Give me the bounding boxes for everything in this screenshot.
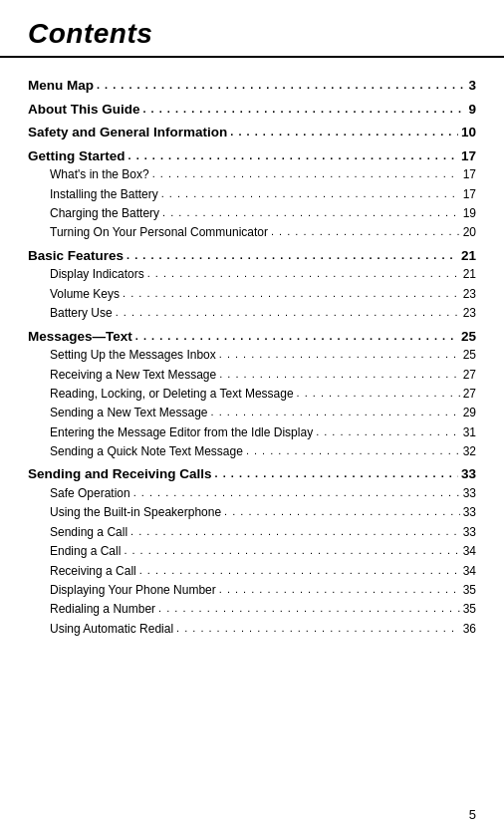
- toc-entry-charging-battery: Charging the Battery19: [28, 205, 476, 222]
- toc-entry-ending-call: Ending a Call34: [28, 543, 476, 560]
- toc-label-charging-battery: Charging the Battery: [50, 205, 159, 222]
- toc-label-messages-text: Messages—Text: [28, 327, 132, 347]
- toc-entry-turning-on: Turning On Your Personal Communicator20: [28, 224, 476, 241]
- toc-dots-battery-use: [116, 304, 460, 321]
- toc-page-display-indicators: 21: [463, 266, 476, 283]
- toc-label-battery-use: Battery Use: [50, 305, 113, 322]
- toc-dots-receiving-new-text: [219, 366, 459, 383]
- toc-entry-about-this-guide: About This Guide9: [28, 100, 476, 120]
- toc-page-reading-locking-deleting: 27: [463, 386, 476, 403]
- toc-entry-entering-message-editor: Entering the Message Editor from the Idl…: [28, 424, 476, 441]
- toc-entry-reading-locking-deleting: Reading, Locking, or Deleting a Text Mes…: [28, 386, 476, 403]
- toc-page-charging-battery: 19: [463, 205, 476, 222]
- toc-entry-display-indicators: Display Indicators21: [28, 266, 476, 283]
- toc-entry-setting-up-inbox: Setting Up the Messages Inbox25: [28, 347, 476, 364]
- toc-entry-sending-new-text: Sending a New Text Message29: [28, 405, 476, 421]
- toc-label-installing-battery: Installing the Battery: [50, 186, 158, 203]
- toc-label-receiving-call: Receiving a Call: [50, 563, 136, 580]
- toc-entry-redialing-number: Redialing a Number35: [28, 601, 476, 618]
- toc-label-sending-new-text: Sending a New Text Message: [50, 405, 208, 421]
- page-title: Contents: [28, 18, 476, 50]
- toc-page-setting-up-inbox: 25: [463, 347, 476, 364]
- toc-dots-basic-features: [126, 245, 458, 265]
- toc-page-sending-receiving-calls: 33: [461, 464, 476, 484]
- toc-dots-safe-operation: [133, 484, 460, 501]
- toc-dots-sending-new-text: [211, 404, 460, 420]
- toc-dots-automatic-redial: [176, 620, 460, 637]
- toc-page-about-this-guide: 9: [468, 100, 476, 120]
- toc-label-reading-locking-deleting: Reading, Locking, or Deleting a Text Mes…: [50, 386, 294, 403]
- title-section: Contents: [0, 0, 504, 58]
- toc-label-entering-message-editor: Entering the Message Editor from the Idl…: [50, 424, 313, 441]
- toc-entry-getting-started: Getting Started17: [28, 146, 476, 166]
- toc-dots-getting-started: [128, 145, 458, 165]
- toc-entry-displaying-phone-number: Displaying Your Phone Number35: [28, 582, 476, 599]
- toc-dots-installing-battery: [161, 185, 460, 202]
- toc-page-receiving-new-text: 27: [463, 367, 476, 384]
- toc-label-redialing-number: Redialing a Number: [50, 601, 155, 618]
- toc-entry-basic-features: Basic Features21: [28, 246, 476, 266]
- toc-dots-displaying-phone-number: [219, 581, 460, 598]
- toc-dots-setting-up-inbox: [219, 346, 460, 363]
- toc-page-redialing-number: 35: [463, 601, 476, 618]
- toc-label-safe-operation: Safe Operation: [50, 485, 130, 502]
- toc-page-menu-map: 3: [468, 76, 476, 96]
- toc-entry-speakerphone: Using the Built-in Speakerphone33: [28, 504, 476, 521]
- toc-label-safety-general: Safety and General Information: [28, 123, 227, 142]
- toc-page-battery-use: 23: [463, 305, 476, 322]
- toc-page-whats-in-box: 17: [463, 166, 476, 183]
- toc-label-ending-call: Ending a Call: [50, 543, 121, 560]
- toc-page-turning-on: 20: [463, 224, 476, 241]
- toc-page-sending-quick-note: 32: [463, 443, 476, 460]
- toc-dots-charging-battery: [162, 204, 460, 221]
- toc-page-receiving-call: 34: [463, 563, 476, 580]
- toc-label-turning-on: Turning On Your Personal Communicator: [50, 224, 268, 241]
- toc-page-safety-general: 10: [461, 123, 476, 142]
- toc-dots-reading-locking-deleting: [297, 385, 460, 402]
- toc-entry-automatic-redial: Using Automatic Redial36: [28, 621, 476, 638]
- toc-page-volume-keys: 23: [463, 286, 476, 303]
- toc-label-receiving-new-text: Receiving a New Text Message: [50, 367, 216, 384]
- toc-dots-redialing-number: [158, 600, 460, 617]
- toc-dots-ending-call: [124, 542, 459, 559]
- toc-page-automatic-redial: 36: [463, 621, 476, 638]
- toc-entry-receiving-call: Receiving a Call34: [28, 563, 476, 580]
- toc-dots-safety-general: [230, 122, 458, 141]
- toc-label-automatic-redial: Using Automatic Redial: [50, 621, 173, 638]
- toc-dots-turning-on: [271, 223, 460, 240]
- toc-entry-installing-battery: Installing the Battery17: [28, 186, 476, 203]
- toc-page-messages-text: 25: [461, 327, 476, 347]
- toc-label-about-this-guide: About This Guide: [28, 100, 140, 120]
- toc-dots-sending-receiving-calls: [215, 463, 458, 483]
- toc-label-display-indicators: Display Indicators: [50, 266, 144, 283]
- toc-dots-entering-message-editor: [316, 423, 460, 440]
- toc-label-setting-up-inbox: Setting Up the Messages Inbox: [50, 347, 216, 364]
- toc-dots-whats-in-box: [152, 165, 460, 182]
- toc-page-sending-call: 33: [463, 524, 476, 541]
- toc-dots-sending-quick-note: [246, 442, 460, 459]
- toc-label-speakerphone: Using the Built-in Speakerphone: [50, 504, 221, 521]
- toc-label-sending-quick-note: Sending a Quick Note Text Message: [50, 443, 243, 460]
- toc-label-menu-map: Menu Map: [28, 76, 94, 96]
- toc-entry-sending-quick-note: Sending a Quick Note Text Message32: [28, 443, 476, 460]
- page-container: Contents Menu Map3About This Guide9Safet…: [0, 0, 504, 836]
- toc-page-displaying-phone-number: 35: [463, 582, 476, 599]
- toc-dots-receiving-call: [139, 562, 460, 579]
- toc-entry-receiving-new-text: Receiving a New Text Message27: [28, 367, 476, 384]
- toc-label-displaying-phone-number: Displaying Your Phone Number: [50, 582, 216, 599]
- toc-label-sending-call: Sending a Call: [50, 524, 127, 541]
- toc-page-basic-features: 21: [461, 246, 476, 266]
- toc-entry-sending-receiving-calls: Sending and Receiving Calls33: [28, 464, 476, 484]
- toc-container: Menu Map3About This Guide9Safety and Gen…: [0, 76, 504, 638]
- toc-entry-sending-call: Sending a Call33: [28, 524, 476, 541]
- toc-entry-messages-text: Messages—Text25: [28, 327, 476, 347]
- toc-entry-battery-use: Battery Use23: [28, 305, 476, 322]
- toc-page-ending-call: 34: [463, 543, 476, 560]
- toc-entry-whats-in-box: What's in the Box?17: [28, 166, 476, 183]
- toc-entry-safety-general: Safety and General Information10: [28, 123, 476, 142]
- toc-dots-messages-text: [135, 326, 458, 346]
- toc-entry-menu-map: Menu Map3: [28, 76, 476, 96]
- toc-page-sending-new-text: 29: [463, 405, 476, 421]
- toc-page-speakerphone: 33: [463, 504, 476, 521]
- toc-page-installing-battery: 17: [463, 186, 476, 203]
